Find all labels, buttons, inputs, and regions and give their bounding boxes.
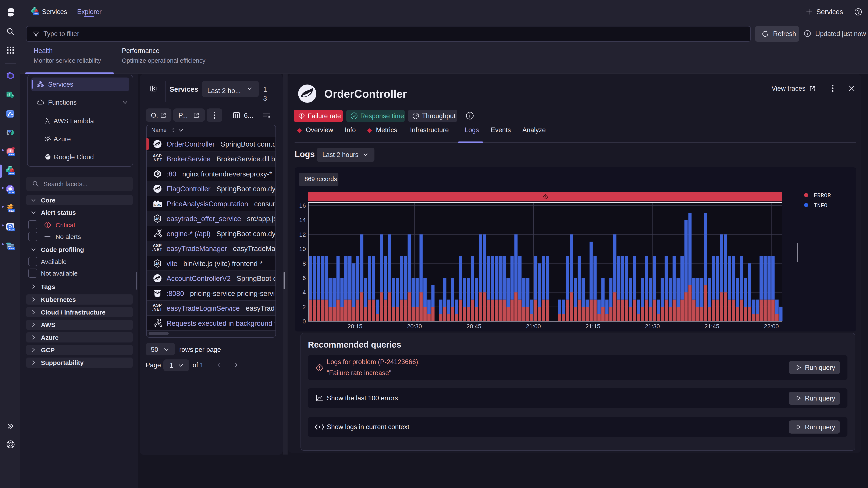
- svg-text:NEW: NEW: [9, 153, 14, 156]
- svg-text:2: 2: [302, 304, 306, 310]
- svg-text:21:45: 21:45: [704, 323, 719, 330]
- svg-text:22:00: 22:00: [764, 323, 779, 330]
- svg-text:21:15: 21:15: [586, 323, 600, 330]
- svg-text:NEW: NEW: [9, 229, 14, 231]
- svg-text:NEW: NEW: [9, 248, 14, 250]
- svg-text:10: 10: [299, 246, 306, 252]
- svg-text:20:45: 20:45: [466, 323, 481, 330]
- svg-text:NEW: NEW: [34, 13, 38, 15]
- svg-text:21:30: 21:30: [645, 323, 660, 330]
- svg-text:0: 0: [302, 318, 306, 325]
- svg-text:NEW: NEW: [9, 210, 14, 212]
- svg-text:6: 6: [302, 275, 306, 281]
- svg-text:ERROR: ERROR: [814, 193, 831, 199]
- svg-text:12: 12: [299, 231, 306, 238]
- svg-text:NEW: NEW: [9, 172, 14, 175]
- svg-text:8: 8: [302, 260, 306, 267]
- svg-text:4: 4: [302, 289, 306, 296]
- svg-text:INFO: INFO: [814, 202, 828, 209]
- svg-text:SDK: SDK: [154, 203, 161, 206]
- svg-text:20:30: 20:30: [407, 323, 422, 330]
- svg-text:NEW: NEW: [9, 191, 14, 193]
- svg-text:21:00: 21:00: [526, 323, 541, 330]
- svg-text:JS: JS: [155, 262, 160, 266]
- svg-text:20:15: 20:15: [347, 323, 362, 330]
- svg-text:14: 14: [299, 217, 306, 223]
- svg-text:JS: JS: [155, 217, 160, 221]
- svg-text:16: 16: [299, 202, 306, 209]
